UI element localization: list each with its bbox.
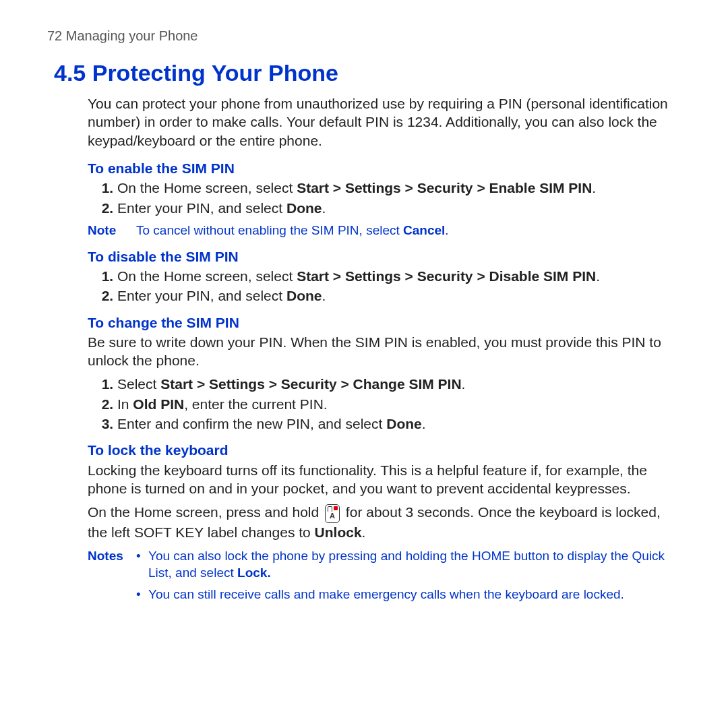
list-item: You can also lock the phone by pressing …	[136, 548, 681, 581]
text: Select	[117, 376, 160, 392]
note-body: To cancel without enabling the SIM PIN, …	[136, 222, 681, 239]
steps-disable-sim-pin: On the Home screen, select Start > Setti…	[88, 267, 681, 305]
bold-text: Start > Settings > Security > Change SIM…	[160, 376, 461, 392]
bold-text: Old PIN	[133, 396, 184, 412]
text: .	[445, 223, 448, 237]
text: You can still receive calls and make eme…	[148, 587, 624, 601]
subhead-lock-keyboard: To lock the keyboard	[88, 441, 681, 459]
subhead-change-sim-pin: To change the SIM PIN	[88, 313, 681, 332]
text: .	[596, 268, 600, 284]
page-header: 72 Managing your Phone	[47, 27, 681, 44]
bold-text: Lock.	[237, 566, 271, 580]
text: Enter and confirm the new PIN, and selec…	[117, 416, 386, 431]
text: On the Home screen, select	[117, 180, 297, 195]
lock-instruction: On the Home screen, press and hold for a…	[88, 503, 681, 541]
text: .	[322, 288, 326, 303]
home-key-icon	[325, 504, 340, 523]
bold-text: Done	[286, 200, 322, 216]
bold-text: Done	[386, 416, 422, 431]
text: On the Home screen, press and hold	[88, 504, 323, 520]
change-desc: Be sure to write down your PIN. When the…	[88, 333, 681, 370]
steps-change-sim-pin: Select Start > Settings > Security > Cha…	[88, 375, 681, 433]
bold-text: Done	[286, 288, 322, 303]
intro-paragraph: You can protect your phone from unauthor…	[88, 94, 681, 150]
subhead-enable-sim-pin: To enable the SIM PIN	[88, 159, 681, 177]
subhead-disable-sim-pin: To disable the SIM PIN	[88, 247, 681, 266]
text: .	[592, 180, 596, 195]
bold-text: Start > Settings > Security > Enable SIM…	[297, 180, 592, 195]
text: You can also lock the phone by pressing …	[148, 549, 665, 580]
text: Enter your PIN, and select	[117, 288, 286, 303]
lock-desc: Locking the keyboard turns off its funct…	[88, 461, 681, 498]
text: .	[462, 376, 466, 392]
list-item: In Old PIN, enter the current PIN.	[117, 395, 681, 413]
steps-enable-sim-pin: On the Home screen, select Start > Setti…	[88, 179, 681, 217]
note-label: Note	[88, 222, 136, 239]
text: .	[322, 200, 326, 216]
list-item: On the Home screen, select Start > Setti…	[117, 179, 681, 197]
list-item: Enter and confirm the new PIN, and selec…	[117, 415, 681, 433]
list-item: On the Home screen, select Start > Setti…	[117, 267, 681, 285]
text: Enter your PIN, and select	[117, 200, 286, 216]
list-item: Enter your PIN, and select Done.	[117, 199, 681, 217]
section-title: 4.5 Protecting Your Phone	[54, 58, 681, 88]
text: In	[117, 396, 133, 412]
notes-list: You can also lock the phone by pressing …	[136, 548, 681, 609]
list-item: You can still receive calls and make eme…	[136, 586, 681, 603]
text: To cancel without enabling the SIM PIN, …	[136, 223, 403, 237]
bold-text: Cancel	[403, 223, 445, 237]
notes-block: Notes You can also lock the phone by pre…	[88, 548, 681, 609]
list-item: Select Start > Settings > Security > Cha…	[117, 375, 681, 393]
text: .	[362, 524, 366, 540]
text: On the Home screen, select	[117, 268, 297, 284]
list-item: Enter your PIN, and select Done.	[117, 286, 681, 305]
bold-text: Start > Settings > Security > Disable SI…	[297, 268, 596, 284]
bold-text: Unlock	[315, 524, 362, 540]
notes-label: Notes	[88, 548, 136, 609]
text: .	[422, 416, 426, 431]
note-row: Note To cancel without enabling the SIM …	[88, 222, 681, 239]
text: , enter the current PIN.	[184, 396, 327, 412]
